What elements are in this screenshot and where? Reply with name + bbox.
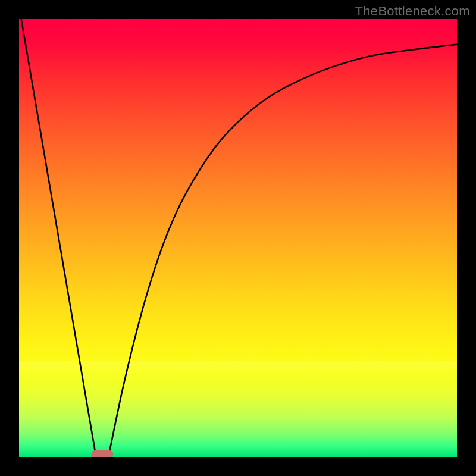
- chart-frame: TheBottleneck.com: [0, 0, 476, 476]
- watermark-text: TheBottleneck.com: [355, 4, 470, 19]
- min-marker-pill: [91, 450, 113, 457]
- left-line-path: [21, 19, 96, 455]
- right-curve-path: [109, 45, 457, 455]
- chart-svg: [19, 19, 457, 457]
- plot-area: [19, 19, 457, 457]
